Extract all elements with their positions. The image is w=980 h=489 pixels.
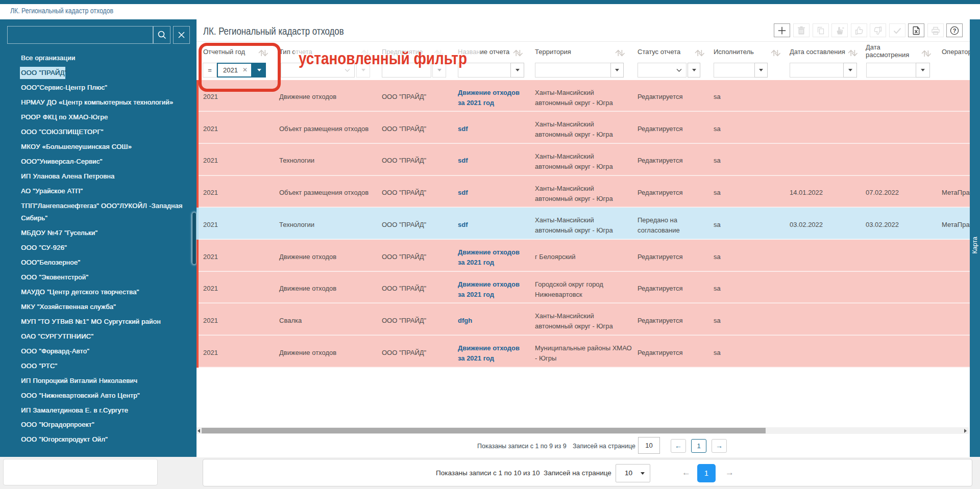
svg-text:?: ? <box>953 27 957 33</box>
